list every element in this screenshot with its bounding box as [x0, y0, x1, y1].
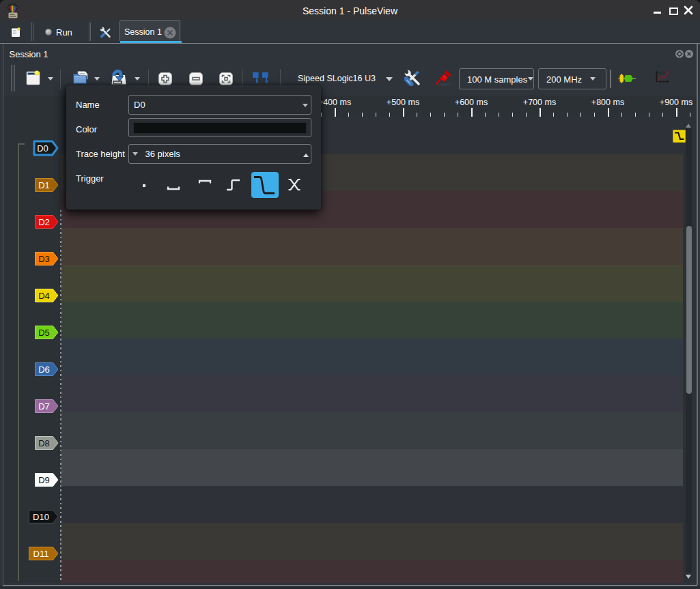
svg-text:D2: D2	[38, 217, 50, 227]
svg-text:D8: D8	[38, 438, 50, 448]
svg-text:D9: D9	[38, 475, 50, 485]
svg-text:D11: D11	[33, 549, 49, 559]
svg-text:D6: D6	[38, 364, 50, 375]
svg-text:D0: D0	[37, 143, 48, 154]
svg-text:D1: D1	[38, 180, 50, 190]
svg-text:D10: D10	[33, 512, 49, 522]
svg-text:D7: D7	[38, 401, 50, 412]
svg-text:D4: D4	[38, 291, 50, 301]
svg-text:D5: D5	[38, 328, 50, 338]
svg-text:D3: D3	[38, 254, 50, 264]
svg-text:f(x): f(x)	[659, 71, 665, 75]
